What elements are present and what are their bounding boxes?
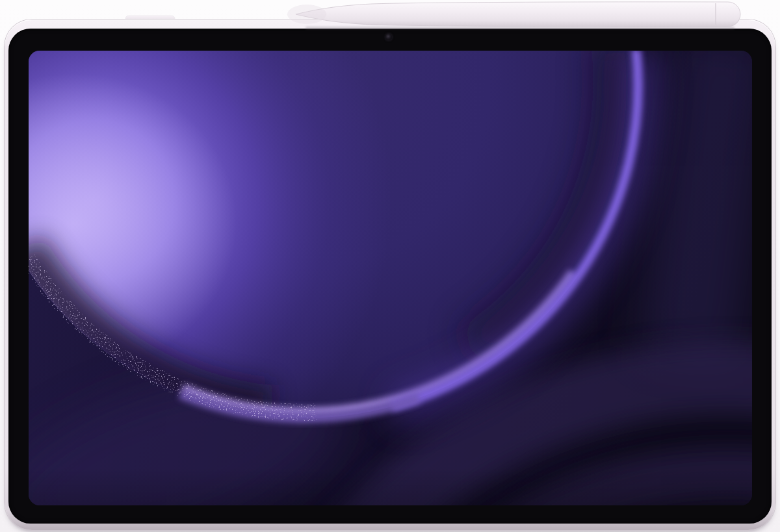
pen-tip <box>287 5 326 24</box>
pen-body <box>296 2 740 27</box>
tablet-bezel <box>8 29 772 524</box>
tablet-device <box>5 19 775 530</box>
wallpaper-abstract-circles <box>29 51 752 505</box>
front-camera-icon <box>385 34 392 40</box>
tablet-screen <box>29 51 752 505</box>
product-photo <box>0 0 780 532</box>
s-pen-stylus <box>0 0 780 31</box>
